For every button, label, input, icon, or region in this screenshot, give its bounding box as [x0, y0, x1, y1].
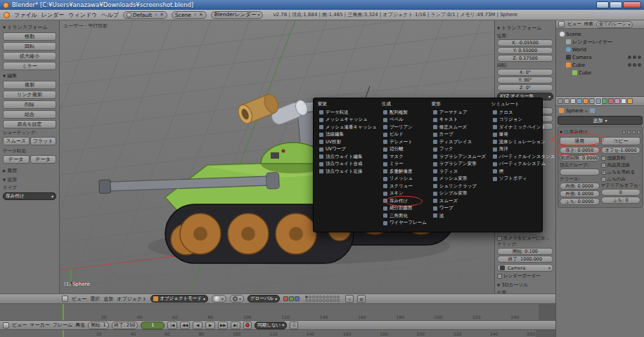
tab-texture-icon[interactable] [614, 98, 620, 104]
modifier-menu-item[interactable]: デシメート [382, 138, 427, 146]
editor-type-icon[interactable] [62, 296, 68, 302]
view3d-menu[interactable]: 追加 [103, 296, 113, 303]
material-offset-rim-field[interactable]: ふち: 0 [601, 197, 641, 204]
modifier-menu-item[interactable]: 煙 [491, 168, 555, 176]
modifier-menu-item[interactable]: 三角面化 [382, 212, 427, 220]
tool-button[interactable]: 回転 [3, 42, 56, 51]
keying-set-icon[interactable]: ⚿ [290, 322, 298, 329]
render-engine-selector[interactable]: Blenderレンダー▾ [211, 11, 264, 19]
set-origin-button[interactable]: 原点を設定 [3, 120, 56, 128]
tab-constraints-icon[interactable] [589, 98, 595, 104]
sync-mode-dropdown[interactable]: 同期しない▾ [255, 322, 287, 329]
outliner-row-camera[interactable]: Camera [558, 53, 643, 61]
outliner-row-cube-data[interactable]: Cube [558, 69, 643, 77]
outliner-row-world[interactable]: World [558, 46, 643, 53]
scene-selector[interactable]: Scene＋✕ [172, 11, 207, 19]
modifier-option-checkbox[interactable]: 法線反転 [601, 154, 641, 161]
scale-manipulator-icon[interactable] [295, 296, 300, 301]
view3d-menu[interactable]: ビュー [72, 296, 86, 303]
panel-header-3d-cursor[interactable]: ▼3Dカーソル [497, 282, 553, 289]
layer-dot[interactable] [316, 296, 318, 298]
modifier-name[interactable]: 厚み付け [569, 129, 588, 136]
tab-material-icon[interactable] [608, 98, 614, 104]
mode-dropdown[interactable]: オブジェクトモード▾ [150, 295, 208, 303]
modifier-menu-item[interactable]: メッシュキャッシュ [318, 117, 377, 124]
rotation-field[interactable]: Z: 0° [497, 84, 553, 91]
modifier-menu-item[interactable]: 配列複製 [382, 109, 427, 117]
playback-button[interactable]: |◀ [167, 322, 177, 329]
tool-button[interactable]: 結合 [3, 110, 56, 119]
modifier-menu-item[interactable]: ベベル [382, 117, 427, 124]
playback-button[interactable]: ▶ [205, 322, 215, 329]
tab-data-icon[interactable] [602, 98, 607, 104]
data-button[interactable]: データ [3, 155, 30, 164]
shading-button[interactable]: スムーズ [3, 137, 30, 145]
playback-button[interactable]: ▶▶ [218, 322, 228, 329]
outliner-editor-icon[interactable] [558, 21, 565, 27]
timeline-menu[interactable]: ビュー [12, 322, 27, 329]
modifier-menu-item[interactable]: パーティクルインスタンス [491, 153, 555, 161]
modifier-option-checkbox[interactable]: ✓ふちを埋める [601, 168, 641, 176]
info-menu[interactable]: ファイル [14, 11, 37, 19]
modifier-menu-item[interactable]: クロス [491, 109, 555, 117]
panel-header-npanel-transform[interactable]: ▼トランスフォーム [497, 25, 553, 32]
modifier-menu-item[interactable]: コリジョン [491, 117, 555, 124]
maximize-button[interactable] [610, 1, 622, 8]
record-button[interactable] [243, 322, 252, 329]
layer-dot[interactable] [333, 296, 336, 298]
location-field[interactable]: Z: 0.37500 [497, 55, 553, 62]
rotation-field[interactable]: X: 0° [497, 69, 553, 76]
render-border-checkbox[interactable]: レンダーボーダー [497, 272, 553, 279]
render-toggle-icon[interactable] [638, 55, 641, 59]
outliner-row-cube[interactable]: Cube [558, 61, 643, 69]
crease-rim-field[interactable]: ふち: 0.0000 [560, 198, 600, 205]
layer-dot[interactable] [309, 296, 311, 298]
modifier-menu-item[interactable]: ブーリアン [382, 124, 427, 131]
layer-dot[interactable] [316, 299, 318, 302]
modifier-menu-item[interactable]: ラティス [432, 168, 487, 176]
tab-world-icon[interactable] [577, 98, 582, 104]
timeline-menu[interactable]: マーカー [30, 322, 49, 329]
modifier-menu-item[interactable]: ワイヤーフレーム [382, 220, 427, 227]
copy-button[interactable]: コピー [601, 137, 641, 145]
layer-dot[interactable] [323, 299, 326, 302]
modifier-menu-item[interactable]: パーティクルシステム [491, 161, 555, 168]
timeline-menu[interactable]: フレーム [53, 322, 73, 329]
render-visibility-icon[interactable] [622, 131, 626, 134]
info-menu[interactable]: レンダー [41, 11, 65, 19]
panel-header-history[interactable]: ▶履歴 [3, 167, 56, 174]
layer-dot[interactable] [323, 296, 326, 298]
modifier-menu-item[interactable]: データ転送 [318, 109, 377, 117]
modifier-menu-item[interactable]: フック [432, 146, 487, 154]
layer-dot[interactable] [326, 296, 329, 298]
vertex-group-field[interactable] [560, 168, 600, 176]
layer-dot[interactable] [319, 296, 322, 298]
crease-outer-field[interactable]: 外側: 0.0000 [560, 190, 600, 197]
playback-button[interactable]: ▶| [231, 322, 240, 329]
modifier-menu-item[interactable]: 辺分離 [382, 146, 427, 154]
modifier-menu-item[interactable]: ビルド [382, 131, 427, 139]
layer-dot[interactable] [337, 296, 340, 298]
tool-button[interactable]: リンク複製 [3, 91, 56, 99]
modifier-option-checkbox[interactable]: ふちのみ [601, 176, 641, 183]
layers-widget[interactable] [305, 296, 340, 302]
modifier-menu-item[interactable]: 波 [432, 212, 487, 220]
panel-header-edit[interactable]: ▼編集 [3, 72, 56, 79]
layer-dot[interactable] [330, 296, 333, 298]
panel-header-transform[interactable]: ▼トランスフォーム [3, 24, 56, 31]
layer-dot[interactable] [326, 299, 329, 302]
render-opengl-icon[interactable]: ◍ [357, 295, 366, 303]
shading-button[interactable]: フラット [30, 137, 57, 145]
close-button[interactable] [623, 1, 641, 8]
thickness-field[interactable]: 厚さ: 0.0050 [560, 147, 600, 154]
modifier-menu-item[interactable]: ミラー [382, 161, 427, 168]
modifier-menu-item[interactable]: ディスプレイス [432, 138, 487, 146]
outliner-row-renderlayer[interactable]: レンダーレイヤー [558, 38, 643, 46]
modifier-option-checkbox[interactable]: 高品質法線 [601, 161, 641, 168]
operator-type-dropdown[interactable]: 厚み付け▾ [3, 192, 56, 200]
modifier-menu-item[interactable]: リメッシュ [382, 176, 427, 183]
shading-dropdown[interactable]: ▾ [212, 295, 226, 303]
current-frame-field[interactable]: 1 [141, 322, 165, 329]
modifier-menu-item[interactable]: 厚み付け [382, 197, 427, 205]
location-field[interactable]: X: -0.05500 [497, 39, 553, 46]
